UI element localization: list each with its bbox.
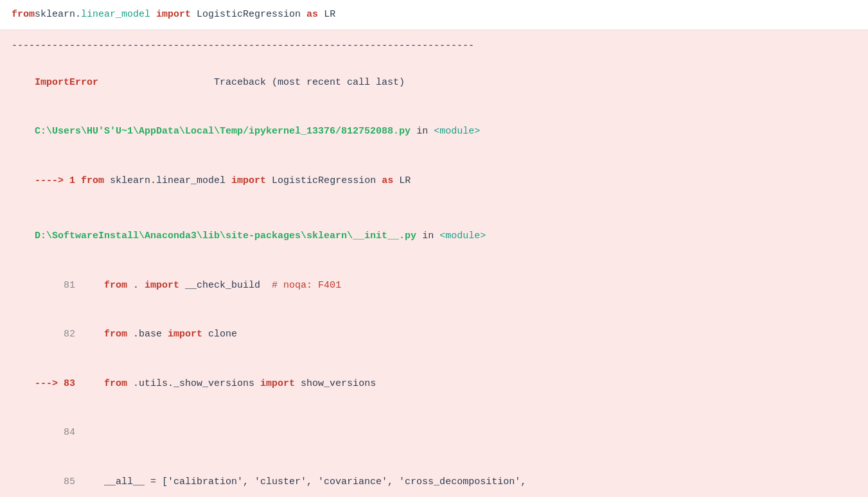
linenum-81: 81 <box>35 280 75 291</box>
from-83: from <box>75 378 127 389</box>
file2-path: D:\SoftwareInstall\Anaconda3\lib\site-pa… <box>35 231 416 241</box>
gap1 <box>12 205 856 212</box>
error-block: ----------------------------------------… <box>0 30 868 498</box>
import-error-label: ImportError <box>35 77 98 88</box>
arrow1-from: from <box>75 175 104 186</box>
file2-module: <module> <box>439 231 486 241</box>
import-keyword: import <box>150 9 191 20</box>
traceback-text: Traceback (most recent call last) <box>98 77 405 88</box>
end-83: show_versions <box>295 378 376 389</box>
comment-81: # noqa: F401 <box>272 280 341 291</box>
module-path: sklearn. <box>35 9 81 20</box>
import-81: import <box>139 280 179 291</box>
linenum-82: 82 <box>35 329 75 340</box>
module-link: linear_model <box>81 9 150 20</box>
arrow-line-1: ----> 1 from sklearn.linear_model import… <box>12 156 856 205</box>
arrow1-rest: sklearn.linear_model <box>104 175 231 186</box>
rest-83: .utils._show_versions <box>127 378 260 389</box>
line-82: 82 from .base import clone <box>12 310 856 360</box>
line-85: 85 __all__ = ['calibration', 'cluster', … <box>12 457 856 497</box>
file1-in: in <box>411 126 434 137</box>
alias-name: LR <box>318 9 335 20</box>
arrow1-alias: LR <box>393 175 411 186</box>
file1-path-line: C:\Users\HU'S'U~1\AppData\Local\Temp/ipy… <box>12 107 856 157</box>
rest-85: __all__ = ['calibration', 'cluster', 'co… <box>75 476 526 487</box>
rest-82: .base <box>127 329 168 340</box>
dot-81: . <box>127 280 139 291</box>
file2-path-line: D:\SoftwareInstall\Anaconda3\lib\site-pa… <box>12 212 856 261</box>
linenum-84: 84 <box>35 427 75 438</box>
rest-81: __check_build <box>179 280 272 291</box>
file2-in: in <box>416 231 439 241</box>
divider: ----------------------------------------… <box>12 38 856 55</box>
import-82: import <box>168 329 202 340</box>
top-code-block: fromsklearn.linear_model import Logistic… <box>0 0 868 30</box>
from-keyword: from <box>12 9 35 20</box>
as-keyword: as <box>306 9 318 20</box>
file1-path: C:\Users\HU'S'U~1\AppData\Local\Temp/ipy… <box>35 126 411 137</box>
line-81: 81 from . import __check_build # noqa: F… <box>12 261 856 310</box>
arrow1: ----> 1 <box>35 175 75 186</box>
end-82: clone <box>202 329 237 340</box>
from-81: from <box>75 280 127 291</box>
import-83: import <box>260 378 295 389</box>
linenum-85: 85 <box>35 476 75 487</box>
arrow1-as: as <box>382 175 393 186</box>
traceback-header: ImportError Traceback (most recent call … <box>12 58 856 107</box>
line-84: 84 <box>12 408 856 458</box>
file1-module: <module> <box>434 126 480 137</box>
from-82: from <box>75 329 127 340</box>
arrow1-end: LogisticRegression <box>266 175 382 186</box>
arrow83: ---> 83 <box>35 378 75 389</box>
arrow-line-83: ---> 83 from .utils._show_versions impor… <box>12 359 856 408</box>
arrow1-import: import <box>231 175 266 186</box>
import-line: fromsklearn.linear_model import Logistic… <box>12 6 856 23</box>
class-name: LogisticRegression <box>191 9 306 20</box>
